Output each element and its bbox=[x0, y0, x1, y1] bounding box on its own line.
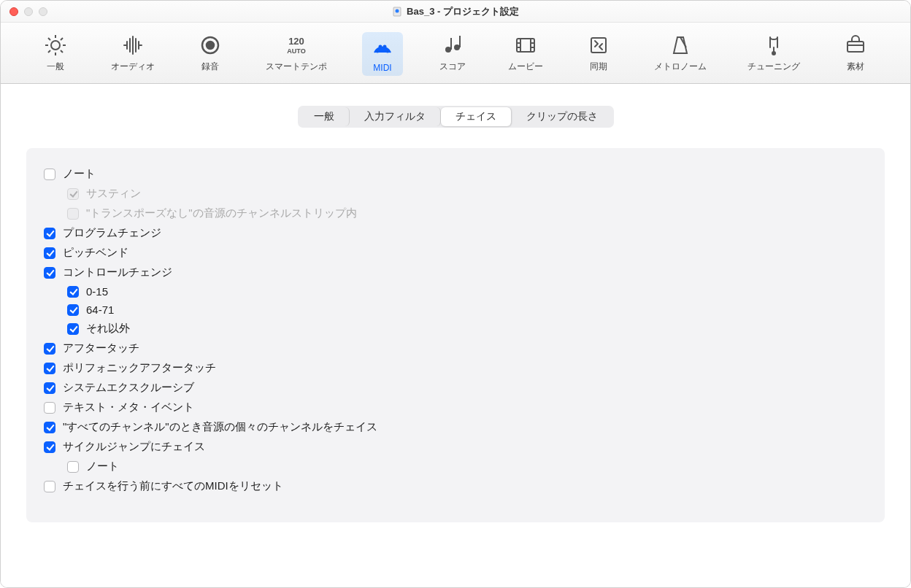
toolbar-label: スコア bbox=[439, 61, 466, 73]
assets-icon bbox=[843, 33, 868, 58]
toolbar-label: 同期 bbox=[590, 61, 607, 73]
row-sustain: サスティン bbox=[44, 184, 867, 204]
segment-chase[interactable]: チェイス bbox=[441, 107, 512, 126]
toolbar-record[interactable]: 録音 bbox=[190, 30, 231, 76]
window-title: Bas_3 - プロジェクト設定 bbox=[407, 5, 519, 18]
label-cycle_note: ノート bbox=[86, 460, 119, 473]
close-button[interactable] bbox=[9, 7, 18, 16]
row-cc_0_15: 0-15 bbox=[44, 282, 867, 301]
segment-input-filter[interactable]: 入力フィルタ bbox=[350, 107, 441, 126]
svg-rect-16 bbox=[591, 38, 606, 53]
label-text_meta: テキスト・メタ・イベント bbox=[63, 401, 194, 414]
checkbox-cc_0_15[interactable] bbox=[67, 286, 79, 298]
checkbox-cycle_note[interactable] bbox=[67, 461, 79, 473]
row-sysex: システムエクスクルーシブ bbox=[44, 378, 867, 398]
row-aftertouch: アフタータッチ bbox=[44, 339, 867, 358]
minimize-button[interactable] bbox=[24, 7, 33, 16]
metronome-icon bbox=[668, 33, 693, 58]
toolbar-audio[interactable]: オーディオ bbox=[105, 30, 161, 76]
checkbox-cycle_jump[interactable] bbox=[44, 441, 55, 453]
row-poly_aftertouch: ポリフォニックアフタータッチ bbox=[44, 358, 867, 378]
toolbar-midi[interactable]: MIDI bbox=[362, 32, 403, 76]
label-sysex: システムエクスクルーシブ bbox=[63, 381, 194, 395]
row-cycle_note: ノート bbox=[44, 457, 867, 476]
svg-text:AUTO: AUTO bbox=[287, 47, 305, 55]
toolbar: 一般オーディオ録音120AUTOスマートテンポMIDIスコアムービー同期メトロノ… bbox=[1, 23, 910, 84]
toolbar-metronome[interactable]: メトロノーム bbox=[648, 30, 712, 76]
segment-general[interactable]: 一般 bbox=[299, 107, 350, 126]
label-cc_0_15: 0-15 bbox=[86, 285, 108, 298]
tuning-icon bbox=[761, 33, 786, 58]
checkbox-reset_midi[interactable] bbox=[44, 481, 55, 492]
label-note: ノート bbox=[63, 167, 96, 181]
toolbar-smarttempo[interactable]: 120AUTOスマートテンポ bbox=[260, 30, 333, 76]
svg-point-7 bbox=[377, 50, 379, 53]
label-cc_other: それ以外 bbox=[86, 322, 130, 336]
toolbar-score[interactable]: スコア bbox=[432, 30, 473, 76]
svg-rect-18 bbox=[847, 42, 864, 52]
settings-panel: ノートサスティン"トランスポーズなし"の音源のチャンネルストリップ内プログラムチ… bbox=[26, 148, 885, 522]
zoom-button[interactable] bbox=[39, 7, 47, 16]
segment-clip-length[interactable]: クリップの長さ bbox=[512, 107, 612, 126]
toolbar-label: チューニング bbox=[747, 61, 800, 73]
row-pitch_bend: ピッチベンド bbox=[44, 243, 867, 263]
traffic-lights bbox=[9, 7, 47, 16]
toolbar-assets[interactable]: 素材 bbox=[835, 30, 876, 76]
checkbox-cc_64_71[interactable] bbox=[67, 304, 79, 316]
svg-point-1 bbox=[396, 9, 399, 12]
score-icon bbox=[440, 33, 465, 58]
checkbox-poly_aftertouch[interactable] bbox=[44, 363, 55, 374]
toolbar-label: 一般 bbox=[47, 61, 64, 73]
svg-point-12 bbox=[454, 45, 460, 50]
segmented-control: 一般入力フィルタチェイスクリップの長さ bbox=[19, 106, 892, 128]
svg-rect-13 bbox=[450, 38, 452, 50]
checkbox-aftertouch[interactable] bbox=[44, 343, 55, 355]
toolbar-label: ムービー bbox=[508, 61, 543, 73]
record-icon bbox=[198, 33, 223, 58]
toolbar-label: MIDI bbox=[373, 63, 391, 73]
label-aftertouch: アフタータッチ bbox=[63, 341, 139, 355]
checkbox-pitch_bend[interactable] bbox=[44, 247, 55, 259]
row-reset_midi: チェイスを行う前にすべてのMIDIをリセット bbox=[44, 476, 867, 496]
content-area: 一般入力フィルタチェイスクリップの長さ ノートサスティン"トランスポーズなし"の… bbox=[1, 84, 910, 587]
checkbox-cc_other[interactable] bbox=[67, 323, 79, 335]
checkbox-program_change[interactable] bbox=[44, 228, 55, 239]
titlebar: Bas_3 - プロジェクト設定 bbox=[1, 1, 910, 23]
toolbar-general[interactable]: 一般 bbox=[35, 30, 76, 76]
window: Bas_3 - プロジェクト設定 一般オーディオ録音120AUTOスマートテンポ… bbox=[0, 0, 911, 588]
svg-rect-15 bbox=[517, 39, 534, 52]
label-cycle_jump: サイクルジャンプにチェイス bbox=[63, 440, 205, 454]
label-poly_aftertouch: ポリフォニックアフタータッチ bbox=[63, 361, 216, 375]
smarttempo-icon: 120AUTO bbox=[284, 33, 309, 58]
toolbar-movie[interactable]: ムービー bbox=[502, 30, 549, 76]
label-reset_midi: チェイスを行う前にすべてのMIDIをリセット bbox=[63, 479, 283, 493]
row-all_channels: "すべてのチャンネル"のとき音源の個々のチャンネルをチェイス bbox=[44, 417, 867, 437]
label-sustain: サスティン bbox=[86, 187, 141, 201]
label-cc_64_71: 64-71 bbox=[86, 303, 114, 316]
general-icon bbox=[43, 33, 68, 58]
checkbox-control_change[interactable] bbox=[44, 267, 55, 279]
svg-point-8 bbox=[380, 46, 382, 48]
sync-icon bbox=[586, 33, 611, 58]
checkbox-text_meta[interactable] bbox=[44, 402, 55, 414]
row-text_meta: テキスト・メタ・イベント bbox=[44, 398, 867, 417]
checkbox-note[interactable] bbox=[44, 169, 55, 180]
svg-point-2 bbox=[51, 41, 60, 50]
audio-icon bbox=[120, 33, 145, 58]
row-program_change: プログラムチェンジ bbox=[44, 223, 867, 243]
document-icon bbox=[392, 7, 402, 17]
checkbox-all_channels[interactable] bbox=[44, 422, 55, 433]
label-transpose: "トランスポーズなし"の音源のチャンネルストリップ内 bbox=[86, 206, 357, 220]
row-cc_64_71: 64-71 bbox=[44, 301, 867, 319]
svg-point-10 bbox=[387, 50, 389, 53]
toolbar-label: 素材 bbox=[847, 61, 864, 73]
checkbox-sysex[interactable] bbox=[44, 382, 55, 394]
row-cycle_jump: サイクルジャンプにチェイス bbox=[44, 437, 867, 457]
svg-point-9 bbox=[384, 46, 386, 48]
checkbox-sustain bbox=[67, 188, 79, 200]
movie-icon bbox=[513, 33, 538, 58]
toolbar-sync[interactable]: 同期 bbox=[578, 30, 619, 76]
toolbar-tuning[interactable]: チューニング bbox=[742, 30, 806, 76]
svg-point-4 bbox=[207, 42, 214, 49]
toolbar-label: 録音 bbox=[201, 61, 219, 73]
